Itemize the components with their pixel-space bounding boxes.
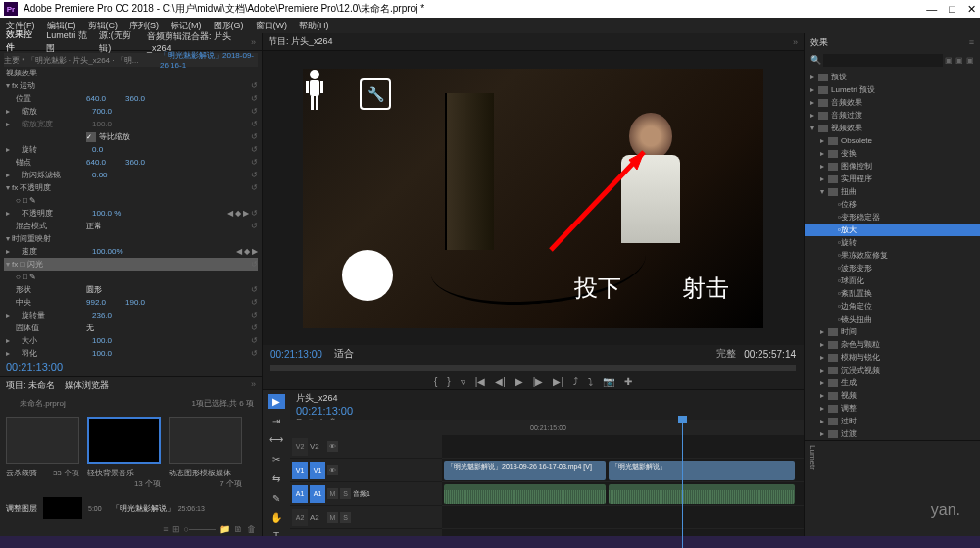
reset-icon[interactable]: ↺ [251,222,258,230]
pen-tool[interactable]: ✎ [268,491,285,506]
reset-icon[interactable]: ↺ [251,94,258,103]
go-in-icon[interactable]: |◀ [475,376,486,387]
trash-icon[interactable]: 🗑 [247,524,256,534]
tree-effect-selected[interactable]: ▫ 放大 [805,224,980,236]
fx-badge-icon[interactable]: ▣ [956,56,963,65]
add-marker-icon[interactable]: ▿ [461,376,466,387]
bin-item[interactable]: 云杀级骑33 个项 [6,417,79,489]
panel-menu-icon[interactable]: ≡ [969,37,974,47]
mark-out-icon[interactable]: } [447,376,450,387]
export-frame-icon[interactable]: 📷 [603,376,614,387]
tree-folder[interactable]: ▸调整 [805,402,980,415]
tree-effect[interactable]: ▫ 果冻效应修复 [805,249,980,262]
tab-program[interactable]: 节目: 片头_x264 [269,35,333,48]
prop-motion[interactable]: fx 运动 [12,80,92,91]
reset-icon[interactable]: ↺ [251,120,258,128]
tree-effect[interactable]: ▫ 变形稳定器 [805,211,980,224]
reset-icon[interactable]: ↺ [251,107,258,116]
tree-effect[interactable]: ▫ 位移 [805,198,980,211]
razor-tool[interactable]: ✂ [268,452,285,467]
icon-view-icon[interactable]: ⊞ [172,524,180,534]
uniform-scale-checkbox[interactable] [86,132,96,142]
tree-folder[interactable]: ▸实用程序 [805,173,980,185]
bin-item[interactable]: 轻快背景音乐13 个项 [87,417,161,489]
slip-tool[interactable]: ⇆ [268,472,285,486]
solo-icon[interactable]: S [340,512,351,523]
reset-icon[interactable]: ↺ [251,298,258,307]
tree-folder[interactable]: ▸视频 [805,389,980,402]
program-scrubber[interactable] [270,365,796,371]
reset-icon[interactable]: ↺ [251,209,258,218]
ripple-edit-tool[interactable]: ⟷ [268,433,285,448]
tree-folder[interactable]: ▸过时 [805,415,980,427]
zoom-slider[interactable]: ○——— [184,524,216,534]
reset-icon[interactable]: ↺ [251,171,258,179]
ec-timeline-clip[interactable]: 「明光魅影解说」2018-09-26 16-1 [160,51,258,70]
extract-icon[interactable]: ⤵ [588,376,593,387]
tab-media-browser[interactable]: 媒体浏览器 [65,379,109,392]
keyframe-nav[interactable]: ◀ ◆ ▶ [236,247,258,256]
tab-effects[interactable]: 效果 [810,36,828,49]
tree-folder[interactable]: ▾扭曲 [805,185,980,198]
v1-target[interactable]: V1 [310,462,325,479]
tree-folder[interactable]: ▸音频过渡 [805,109,980,122]
tree-folder[interactable]: ▸过渡 [805,427,980,440]
val-pos-x[interactable]: 640.0 [86,94,125,103]
reset-icon[interactable]: ↺ [251,158,258,167]
tree-folder[interactable]: ▸Lumetri 预设 [805,83,980,96]
list-view-icon[interactable]: ≡ [163,524,168,534]
reset-icon[interactable]: ↺ [251,260,258,269]
video-clip[interactable]: 「明光魅影解说」2018-09-26 16-17-03.mp4 [V] [444,461,606,480]
track-select-tool[interactable]: ⇥ [268,414,285,428]
settings-icon[interactable]: ✚ [624,376,632,387]
step-back-icon[interactable]: ◀| [495,376,506,387]
tree-folder[interactable]: ▾视频效果 [805,122,980,134]
tree-folder[interactable]: ▸图像控制 [805,160,980,173]
v1-source[interactable]: V1 [292,462,308,479]
val-pos-y[interactable]: 360.0 [125,94,165,103]
reset-icon[interactable]: ↺ [251,349,258,357]
val-scale[interactable]: 700.0 [92,107,131,116]
reset-icon[interactable]: ↺ [251,311,258,320]
tree-folder[interactable]: ▸沉浸式视频 [805,364,980,376]
tree-effect[interactable]: ▫ 紊乱置换 [805,287,980,300]
audio-clip[interactable] [609,484,795,504]
tree-effect[interactable]: ▫ 边角定位 [805,300,980,313]
program-monitor[interactable]: 🔧 投下 射击 [263,51,804,345]
reset-icon[interactable]: ↺ [251,336,258,345]
go-out-icon[interactable]: ▶| [553,376,564,387]
timeline-timecode[interactable]: 00:21:13:00 [296,405,798,417]
audio-clip[interactable] [444,484,606,504]
fx-badge-icon[interactable]: ▣ [945,56,953,65]
lumetri-collapsed-panel[interactable]: Lumetr yan. [805,440,980,548]
track-visibility-icon[interactable]: 👁 [327,465,338,475]
reset-icon[interactable]: ↺ [251,145,258,154]
fx-badge-icon[interactable]: ▣ [966,56,974,65]
fit-dropdown[interactable]: 适合 [334,347,354,361]
reset-icon[interactable]: ↺ [251,285,258,294]
tree-folder[interactable]: ▸预设 [805,71,980,83]
item-label[interactable]: 「明光魅影解说」 [112,503,174,514]
tab-project[interactable]: 项目: 未命名 [6,379,55,392]
reset-icon[interactable]: ↺ [251,183,258,192]
mark-in-icon[interactable]: { [434,376,437,387]
bin-item[interactable]: 动态图形模板媒体7 个项 [169,417,242,489]
a1-source[interactable]: A1 [292,485,308,503]
tree-effect[interactable]: ▫ 镜头扭曲 [805,313,980,325]
tree-folder[interactable]: ▸生成 [805,376,980,389]
prop-timeremap[interactable]: 时间重映射 [12,233,92,244]
close-button[interactable]: ✕ [967,3,976,16]
lift-icon[interactable]: ⤴ [573,376,578,387]
maximize-button[interactable]: □ [949,3,956,16]
tree-effect[interactable]: ▫ 旋转 [805,236,980,249]
track-visibility-icon[interactable]: 👁 [327,441,338,452]
new-item-icon[interactable]: 🗎 [234,524,243,534]
program-timecode[interactable]: 00:21:13:00 [270,349,322,360]
tree-folder[interactable]: ▸模糊与锐化 [805,351,980,364]
item-label[interactable]: 调整图层 [6,503,37,514]
effects-search-input[interactable] [823,54,943,67]
prop-light-fx[interactable]: fx □ 闪光 [12,259,92,270]
tab-audio-mixer[interactable]: 音频剪辑混合器: 片头_x264 [147,30,241,53]
a1-target[interactable]: A1 [310,485,325,503]
reset-icon[interactable]: ↺ [251,324,258,332]
